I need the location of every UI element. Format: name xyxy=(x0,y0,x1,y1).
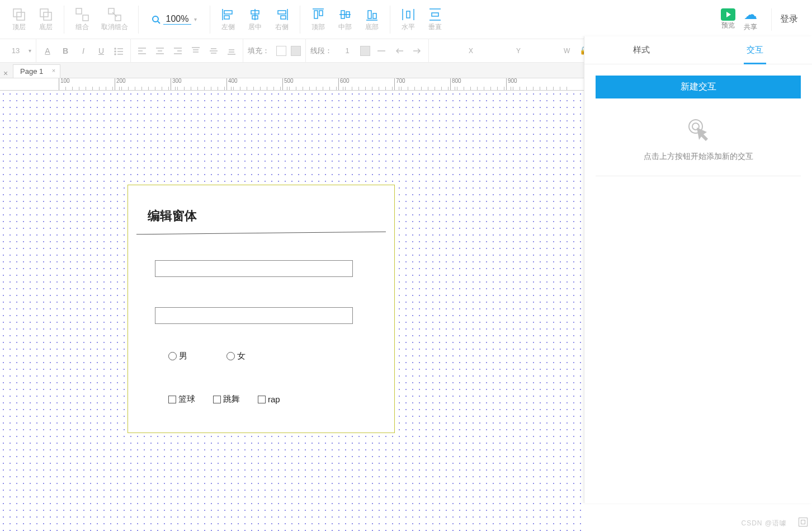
y-input[interactable] xyxy=(481,46,512,55)
svg-rect-4 xyxy=(76,8,82,14)
line-width-input[interactable] xyxy=(339,46,356,55)
share-button[interactable]: ☁共享 xyxy=(744,7,757,32)
tab-style[interactable]: 样式 xyxy=(584,36,698,64)
checkbox-icon xyxy=(258,396,266,403)
send-back-button[interactable]: 底层 xyxy=(32,7,59,32)
w-input[interactable] xyxy=(528,46,559,55)
cloud-icon: ☁ xyxy=(744,7,757,22)
align-middle-button[interactable]: 中部 xyxy=(332,7,358,32)
main-toolbar: 顶层 底层 组合 取消组合 100% ▾ 左侧 居中 右侧 顶部 中部 底部 水… xyxy=(0,0,812,39)
align-right-icon xyxy=(274,7,290,22)
text-right-button[interactable] xyxy=(171,44,185,58)
right-panel: 样式 交互 新建交互 点击上方按钮开始添加新的交互 xyxy=(584,36,812,503)
valign-top-button[interactable] xyxy=(189,44,202,58)
label: 底部 xyxy=(365,22,379,32)
form-title: 编辑窗体 xyxy=(148,208,394,224)
text-style-group: A B I U xyxy=(36,39,131,62)
arrow-start-button[interactable] xyxy=(393,44,406,58)
close-all-button[interactable]: × xyxy=(0,69,11,78)
align-top-button[interactable]: 顶部 xyxy=(305,7,332,32)
align-center-button[interactable]: 居中 xyxy=(242,7,268,32)
bold-button[interactable]: B xyxy=(59,44,72,58)
align-bottom-button[interactable]: 底部 xyxy=(358,7,385,32)
svg-line-10 xyxy=(158,21,160,24)
checkbox-icon xyxy=(168,396,176,403)
align-left-button[interactable]: 左侧 xyxy=(215,7,242,32)
fill-color-swatch[interactable] xyxy=(276,46,286,56)
font-group: 13▾ xyxy=(3,39,36,62)
close-tab-icon[interactable]: × xyxy=(52,67,55,74)
bring-front-button[interactable]: 顶层 xyxy=(6,7,32,32)
italic-button[interactable]: I xyxy=(77,44,90,58)
check-dance[interactable]: 跳舞 xyxy=(213,394,240,405)
arrow-start-icon xyxy=(394,46,404,56)
valign-mid-button[interactable] xyxy=(207,44,220,58)
list-button[interactable] xyxy=(112,44,126,58)
text-center-button[interactable] xyxy=(153,44,167,58)
page-tab[interactable]: Page 1× xyxy=(13,64,60,78)
label: 顶部 xyxy=(311,22,325,32)
radio-icon xyxy=(168,352,177,360)
dropdown-icon[interactable]: ▾ xyxy=(194,16,197,22)
line-label: 线段： xyxy=(310,46,332,56)
canvas[interactable]: 编辑窗体 男 女 篮球 跳舞 rap xyxy=(0,91,584,531)
distribute-h-button[interactable]: 水平 xyxy=(395,7,422,32)
tab-label: Page 1 xyxy=(20,67,43,76)
line-style-button[interactable] xyxy=(375,44,388,58)
fill-pattern-swatch[interactable] xyxy=(291,46,301,56)
new-interaction-button[interactable]: 新建交互 xyxy=(596,76,801,98)
arrow-end-button[interactable] xyxy=(410,44,424,58)
valign-bot-button[interactable] xyxy=(225,44,238,58)
dropdown-icon[interactable]: ▾ xyxy=(29,48,31,54)
label: 预览 xyxy=(721,21,735,30)
radio-label: 女 xyxy=(237,351,246,361)
watermark: CSDN @语噱 xyxy=(741,519,787,528)
group-icon xyxy=(74,7,90,22)
tab-interaction[interactable]: 交互 xyxy=(698,36,813,64)
align-right-button[interactable]: 右侧 xyxy=(268,7,295,32)
svg-rect-12 xyxy=(224,11,232,14)
underline-button[interactable]: U xyxy=(95,44,108,58)
radio-icon xyxy=(226,352,235,360)
checkbox-row: 篮球 跳舞 rap xyxy=(168,394,394,405)
scroll-indicator-icon[interactable] xyxy=(799,518,808,527)
toolbar-right: 预览 ☁共享 登录 xyxy=(721,7,806,32)
fill-group: 填充： xyxy=(243,39,306,62)
line-color-swatch[interactable] xyxy=(360,46,370,56)
separator xyxy=(300,6,300,34)
login-button[interactable]: 登录 xyxy=(771,8,806,31)
radio-row: 男 女 xyxy=(168,351,394,361)
check-basketball[interactable]: 篮球 xyxy=(168,394,195,405)
font-color-button[interactable]: A xyxy=(41,44,54,58)
svg-rect-22 xyxy=(319,11,323,16)
separator xyxy=(210,6,210,34)
selected-shape[interactable]: 编辑窗体 男 女 篮球 跳舞 rap xyxy=(128,185,395,433)
check-label: rap xyxy=(268,394,280,404)
check-rap[interactable]: rap xyxy=(258,394,280,405)
divider xyxy=(596,176,801,176)
hint-text: 点击上方按钮开始添加新的交互 xyxy=(596,152,801,162)
ungroup-button[interactable]: 取消组合 xyxy=(96,7,134,32)
text-left-button[interactable] xyxy=(135,44,149,58)
x-input[interactable] xyxy=(433,46,464,55)
zoom-value[interactable]: 100% xyxy=(163,14,191,25)
radio-female[interactable]: 女 xyxy=(226,351,246,361)
text-input-1[interactable] xyxy=(155,260,353,277)
svg-rect-0 xyxy=(13,9,21,17)
separator xyxy=(390,6,390,34)
group-button[interactable]: 组合 xyxy=(69,7,96,32)
svg-point-40 xyxy=(115,54,116,55)
svg-rect-21 xyxy=(314,11,318,18)
distribute-v-button[interactable]: 垂直 xyxy=(422,7,449,32)
svg-rect-1 xyxy=(17,12,25,20)
text-left-icon xyxy=(137,46,147,56)
radio-male[interactable]: 男 xyxy=(168,351,187,361)
preview-button[interactable]: 预览 xyxy=(721,8,735,30)
list-icon xyxy=(114,46,124,56)
arrow-end-icon xyxy=(412,46,422,56)
font-size-input[interactable]: 13 xyxy=(7,46,24,55)
zoom-control[interactable]: 100% ▾ xyxy=(152,14,197,25)
text-input-2[interactable] xyxy=(155,307,353,324)
layer-top-icon xyxy=(11,7,27,22)
dist-h-icon xyxy=(400,7,416,22)
